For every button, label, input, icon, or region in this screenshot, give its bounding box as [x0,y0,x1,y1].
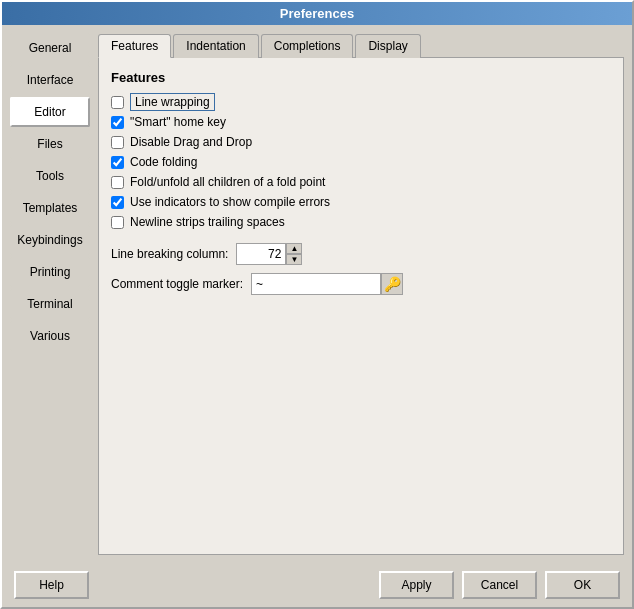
spinner-buttons: ▲ ▼ [286,243,302,265]
key-icon: 🔑 [384,276,401,292]
sidebar-item-printing[interactable]: Printing [10,257,90,287]
comment-toggle-input[interactable] [251,273,381,295]
label-code-folding: Code folding [130,155,197,169]
line-breaking-row: Line breaking column: ▲ ▼ [111,243,611,265]
label-newline-strips: Newline strips trailing spaces [130,215,285,229]
tab-completions[interactable]: Completions [261,34,354,58]
sidebar-item-files[interactable]: Files [10,129,90,159]
spinner-down-button[interactable]: ▼ [286,254,302,265]
checkbox-row-fold-unfold: Fold/unfold all children of a fold point [111,175,611,189]
footer-right-buttons: Apply Cancel OK [379,571,620,599]
tab-display[interactable]: Display [355,34,420,58]
comment-toggle-input-wrap: 🔑 [251,273,403,295]
checkbox-line-wrapping[interactable] [111,96,124,109]
sidebar: General Interface Editor Files Tools Tem… [10,33,90,555]
checkbox-newline-strips[interactable] [111,216,124,229]
comment-toggle-clear-button[interactable]: 🔑 [381,273,403,295]
label-fold-unfold: Fold/unfold all children of a fold point [130,175,325,189]
sidebar-item-keybindings[interactable]: Keybindings [10,225,90,255]
sidebar-item-templates[interactable]: Templates [10,193,90,223]
checkbox-use-indicators[interactable] [111,196,124,209]
sidebar-item-editor[interactable]: Editor [10,97,90,127]
main-area: Features Indentation Completions Display… [98,33,624,555]
comment-toggle-label: Comment toggle marker: [111,277,243,291]
features-content: Features Line wrapping "Smart" home key … [98,57,624,555]
line-breaking-input[interactable] [236,243,286,265]
checkbox-disable-drag[interactable] [111,136,124,149]
spinner-up-button[interactable]: ▲ [286,243,302,254]
checkbox-smart-home[interactable] [111,116,124,129]
checkbox-row-disable-drag: Disable Drag and Drop [111,135,611,149]
tab-bar: Features Indentation Completions Display [98,34,624,58]
line-breaking-spinner: ▲ ▼ [236,243,302,265]
label-use-indicators: Use indicators to show compile errors [130,195,330,209]
preferences-dialog: Preferences General Interface Editor Fil… [0,0,634,609]
ok-button[interactable]: OK [545,571,620,599]
checkbox-row-code-folding: Code folding [111,155,611,169]
checkbox-code-folding[interactable] [111,156,124,169]
sidebar-item-tools[interactable]: Tools [10,161,90,191]
dialog-footer: Help Apply Cancel OK [2,563,632,607]
title-bar: Preferences [2,2,632,25]
checkbox-row-line-wrapping: Line wrapping [111,95,611,109]
label-line-wrapping: Line wrapping [130,95,215,109]
line-wrapping-label-text: Line wrapping [130,93,215,111]
dialog-title: Preferences [280,6,354,21]
section-title: Features [111,70,611,85]
line-breaking-label: Line breaking column: [111,247,228,261]
comment-toggle-row: Comment toggle marker: 🔑 [111,273,611,295]
tab-indentation[interactable]: Indentation [173,34,258,58]
sidebar-item-various[interactable]: Various [10,321,90,351]
help-button[interactable]: Help [14,571,89,599]
label-disable-drag: Disable Drag and Drop [130,135,252,149]
sidebar-item-interface[interactable]: Interface [10,65,90,95]
sidebar-item-terminal[interactable]: Terminal [10,289,90,319]
sidebar-item-general[interactable]: General [10,33,90,63]
label-smart-home: "Smart" home key [130,115,226,129]
checkbox-row-smart-home: "Smart" home key [111,115,611,129]
cancel-button[interactable]: Cancel [462,571,537,599]
tab-features[interactable]: Features [98,34,171,58]
checkbox-fold-unfold[interactable] [111,176,124,189]
apply-button[interactable]: Apply [379,571,454,599]
checkbox-row-newline-strips: Newline strips trailing spaces [111,215,611,229]
checkbox-row-use-indicators: Use indicators to show compile errors [111,195,611,209]
